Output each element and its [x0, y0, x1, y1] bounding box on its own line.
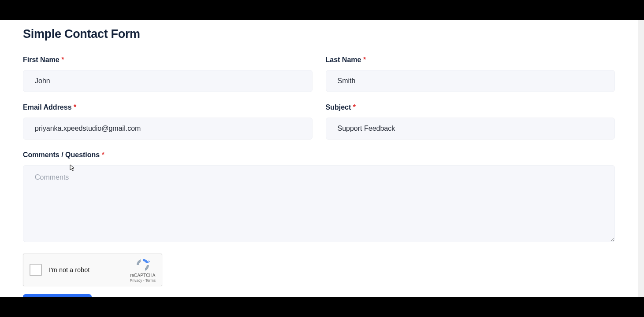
last-name-input[interactable]: [326, 70, 615, 92]
subject-input[interactable]: [326, 118, 615, 140]
form-row-comments: Comments / Questions *: [23, 151, 615, 242]
required-marker: *: [363, 56, 366, 63]
recaptcha-terms-text: Privacy - Terms: [130, 278, 156, 283]
first-name-group: First Name *: [23, 56, 313, 92]
comments-textarea[interactable]: [23, 165, 615, 242]
subject-label-text: Subject: [326, 103, 351, 111]
required-marker: *: [353, 103, 356, 111]
required-marker: *: [102, 151, 104, 158]
form-container: Simple Contact Form First Name * Last Na…: [0, 20, 638, 297]
comments-label: Comments / Questions *: [23, 151, 615, 159]
required-marker: *: [74, 103, 76, 111]
subject-group: Subject *: [326, 103, 615, 140]
recaptcha-checkbox[interactable]: [30, 264, 42, 276]
last-name-label: Last Name *: [326, 56, 615, 64]
email-input[interactable]: [23, 118, 313, 140]
bottom-black-bar: [0, 297, 644, 317]
first-name-input[interactable]: [23, 70, 313, 92]
recaptcha-icon: [135, 258, 150, 273]
last-name-label-text: Last Name: [326, 56, 361, 63]
recaptcha-brand-text: reCAPTCHA: [130, 273, 156, 278]
comments-group: Comments / Questions *: [23, 151, 615, 242]
required-marker: *: [61, 56, 64, 63]
first-name-label-text: First Name: [23, 56, 60, 63]
recaptcha-label: I'm not a robot: [49, 266, 130, 273]
page-title: Simple Contact Form: [23, 27, 615, 41]
first-name-label: First Name *: [23, 56, 313, 64]
subject-label: Subject *: [326, 103, 615, 111]
scrollbar-track[interactable]: [638, 20, 644, 297]
form-row-name: First Name * Last Name *: [23, 56, 615, 92]
email-label: Email Address *: [23, 103, 313, 111]
form-row-email-subject: Email Address * Subject *: [23, 103, 615, 140]
top-black-bar: [0, 0, 644, 20]
recaptcha-widget: I'm not a robot reCAPTCHA Privacy - Term…: [23, 254, 162, 286]
last-name-group: Last Name *: [326, 56, 615, 92]
comments-label-text: Comments / Questions: [23, 151, 100, 158]
email-label-text: Email Address: [23, 103, 72, 111]
email-group: Email Address *: [23, 103, 313, 140]
recaptcha-branding: reCAPTCHA Privacy - Terms: [130, 258, 156, 283]
